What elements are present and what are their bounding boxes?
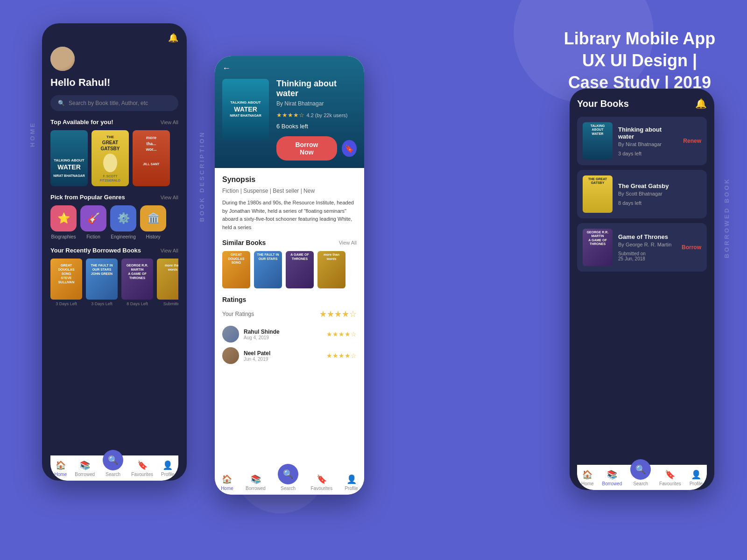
- your-rating-stars[interactable]: ★★★★☆: [319, 309, 357, 319]
- book-water[interactable]: TALKING ABOUT WATER NIRAT BHATNAGAR: [50, 130, 88, 186]
- top-view-all[interactable]: View All: [161, 119, 178, 125]
- nav-home-p2[interactable]: 🏠 Home: [221, 474, 233, 491]
- recent-book-2[interactable]: THE FAULT IN OUR STARSJOHN GREEN 3 Days …: [86, 259, 118, 306]
- borrowed-card-1[interactable]: TALKING ABOUTWATER Thinking about water …: [577, 117, 707, 165]
- similar-title: Similar Books: [222, 239, 266, 246]
- recent-header: Your Recently Borrowed Books View All: [50, 247, 178, 254]
- sim-book-fault[interactable]: THE FAULT IN OUR STARS: [254, 251, 282, 288]
- nav-home-p1[interactable]: 🏠 Home: [55, 460, 67, 477]
- greeting-text: Hello Rahul!: [50, 77, 178, 89]
- reviewer-name-1: Rahul Shinde: [244, 329, 280, 335]
- reviewer-date-2: Jun 4, 2019: [244, 357, 270, 362]
- book-gatsby[interactable]: THE GREAT GATSBY F. SCOTT FITZGERALD: [92, 130, 129, 186]
- nav-search-p1[interactable]: 🔍 Search: [103, 460, 123, 477]
- sim-book-more[interactable]: more than words: [317, 251, 345, 288]
- review-stars-1: ★★★★☆: [326, 330, 357, 338]
- borrowed-title-2: The Great Gatsby: [618, 182, 701, 189]
- nav-profile-p3[interactable]: 👤 Profile: [690, 469, 703, 486]
- notification-bell[interactable]: 🔔: [50, 33, 178, 43]
- reviewer-date-1: Aug 4, 2019: [244, 335, 280, 340]
- avatar-row: [50, 47, 178, 71]
- recent-books-row: GREAT DOUGLAS SONGSTEVE SULLIVAN 3 Days …: [50, 259, 178, 306]
- borrowed-cover-thrones: GEORGE R.R. MARTINA GAME OF THRONES: [583, 229, 613, 266]
- nav-borrowed-p2[interactable]: 📚 Borrowed: [246, 474, 266, 491]
- main-title: Library Mobile App UX UI Design | Case S…: [560, 28, 719, 93]
- book-desc-side-label: BOOK DESCRIPTION: [198, 131, 205, 222]
- genres-row: ⭐ Biographies 🎸 Fiction ⚙️ Engineering 🏛…: [50, 205, 178, 239]
- borrowed-title-1: Thinking about water: [618, 126, 677, 140]
- borrowed-cover-water: TALKING ABOUTWATER: [583, 122, 613, 160]
- nav-favourites-p3[interactable]: 🔖 Favourites: [659, 469, 681, 486]
- genre-fiction[interactable]: 🎸 Fiction: [80, 205, 106, 239]
- borrowed-cover-gatsby: THE GREAT GATSBY: [583, 175, 613, 213]
- borrowed-author-3: By George R. R. Martin: [618, 242, 676, 247]
- borrowed-author-1: By Nirat Bhatnagar: [618, 141, 677, 147]
- book-more[interactable]: moretha...wor... JILL SANT: [133, 130, 170, 186]
- sim-book-song[interactable]: GREAT DOUGLAS SONG: [222, 251, 250, 288]
- books-bell-icon[interactable]: 🔔: [695, 98, 707, 109]
- genres-header: Pick from Popular Genres View All: [50, 194, 178, 201]
- genre-history[interactable]: 🏛️ History: [140, 205, 166, 239]
- bottom-nav-phone1: 🏠 Home 📚 Borrowed 🔍 Search 🔖 Favourites …: [50, 455, 178, 481]
- recent-view-all[interactable]: View All: [161, 248, 178, 253]
- your-books-header: Your Books 🔔: [577, 98, 707, 109]
- phone3-borrowed: Your Books 🔔 TALKING ABOUTWATER Thinking…: [570, 89, 714, 490]
- title-area: Library Mobile App UX UI Design | Case S…: [560, 28, 719, 93]
- nav-search-p3[interactable]: 🔍 Search: [630, 469, 651, 486]
- nav-borrowed-p1[interactable]: 📚 Borrowed: [75, 460, 95, 477]
- borrowed-card-3[interactable]: GEORGE R.R. MARTINA GAME OF THRONES Game…: [577, 223, 707, 272]
- recent-book-4[interactable]: more than words Submitted: [157, 259, 178, 306]
- back-arrow[interactable]: ←: [222, 63, 357, 73]
- your-ratings-label: Your Ratings: [222, 311, 254, 317]
- book-desc-cover: TALKING ABOUTWATERNIRAT BHATNAGAR: [222, 79, 269, 140]
- your-ratings-row: Your Ratings ★★★★☆: [222, 309, 357, 319]
- rating-count: 4.2 (by 22k users): [306, 112, 347, 118]
- nav-search-p2[interactable]: 🔍 Search: [278, 474, 298, 491]
- top-available-header: Top Available for you! View All: [50, 119, 178, 126]
- genre-engineering[interactable]: ⚙️ Engineering: [110, 205, 136, 239]
- bottom-nav-phone2: 🏠 Home 📚 Borrowed 🔍 Search 🔖 Favourites …: [215, 469, 364, 495]
- submitted-text-3: Submitted on25 Jun, 2018: [618, 251, 676, 261]
- recent-book-3[interactable]: GEORGE R.R. MARTINA GAME OF THRONES 8 Da…: [121, 259, 153, 306]
- home-side-label: HOME: [29, 121, 36, 147]
- search-bar[interactable]: 🔍 Search by Book title, Author, etc: [50, 95, 178, 111]
- phone1-home: 🔔 Hello Rahul! 🔍 Search by Book title, A…: [42, 23, 187, 481]
- review-neel: Neel Patel Jun 4, 2019 ★★★★☆: [222, 347, 357, 364]
- nav-home-p3[interactable]: 🏠 Home: [581, 469, 594, 486]
- nav-profile-p1[interactable]: 👤 Profile: [161, 460, 174, 477]
- ratings-title: Ratings: [222, 296, 357, 303]
- search-icon: 🔍: [58, 100, 65, 106]
- synopsis-title: Synopsis: [222, 175, 357, 184]
- recent-book-1[interactable]: GREAT DOUGLAS SONGSTEVE SULLIVAN 3 Days …: [50, 259, 82, 306]
- nav-profile-p2[interactable]: 👤 Profile: [345, 474, 358, 491]
- nav-favourites-p1[interactable]: 🔖 Favourites: [131, 460, 153, 477]
- sim-book-thrones[interactable]: A GAME OF THRONES: [286, 251, 314, 288]
- phone2-book-description: ← TALKING ABOUTWATERNIRAT BHATNAGAR Thin…: [215, 56, 364, 495]
- reviewer-name-2: Neel Patel: [244, 350, 270, 357]
- borrowed-card-2[interactable]: THE GREAT GATSBY The Great Gatsby By Sco…: [577, 170, 707, 218]
- bookmark-button[interactable]: 🔖: [342, 140, 357, 157]
- days-left-1: 3 days left: [618, 151, 677, 156]
- synopsis-text: During the 1980s and 90s, the Resource I…: [222, 199, 357, 231]
- borrow-button-3[interactable]: Borrow: [682, 244, 701, 251]
- book-desc-title: Thinking about water: [276, 79, 357, 98]
- similar-view-all[interactable]: View All: [339, 240, 357, 245]
- books-left: 6 Books left: [276, 123, 357, 130]
- search-placeholder: Search by Book title, Author, etc: [69, 100, 148, 106]
- borrow-now-button[interactable]: Borrow Now: [276, 136, 337, 161]
- genre-biographies[interactable]: ⭐ Biographies: [50, 205, 77, 239]
- genres-view-all[interactable]: View All: [161, 195, 178, 200]
- renew-button-1[interactable]: Renew: [683, 138, 701, 144]
- avatar: [50, 47, 75, 71]
- ratings-section: Ratings Your Ratings ★★★★☆ Rahul Shinde …: [222, 296, 357, 364]
- top-available-title: Top Available for you!: [50, 119, 113, 126]
- top-books-row: TALKING ABOUT WATER NIRAT BHATNAGAR THE …: [50, 130, 178, 186]
- days-left-2: 8 days left: [618, 200, 701, 206]
- nav-borrowed-p3[interactable]: 📚 Borrowed: [602, 469, 622, 486]
- book-tags: Fiction | Suspense | Best seller | New: [222, 188, 357, 194]
- borrowed-title-3: Game of Thrones: [618, 233, 676, 240]
- nav-favourites-p2[interactable]: 🔖 Favourites: [310, 474, 332, 491]
- bottom-nav-phone3: 🏠 Home 📚 Borrowed 🔍 Search 🔖 Favourites …: [577, 465, 707, 490]
- borrowed-side-label: BORROWED BOOK: [723, 177, 730, 258]
- rating-stars: ★★★★☆: [276, 112, 304, 119]
